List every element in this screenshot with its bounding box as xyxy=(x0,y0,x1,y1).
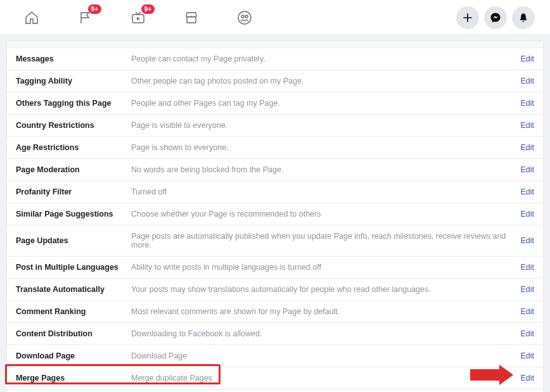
settings-row-desc: No words are being blocked from the Page… xyxy=(131,165,514,174)
settings-row-desc: Merge duplicate Pages xyxy=(131,374,514,383)
edit-link[interactable]: Edit xyxy=(514,121,534,130)
settings-row: MessagesPeople can contact my Page priva… xyxy=(7,48,543,70)
top-nav-right xyxy=(456,6,535,29)
settings-row-label: Country Restrictions xyxy=(16,121,131,130)
settings-row-desc: Page is visible to everyone. xyxy=(131,121,514,130)
settings-row: Merge PagesMerge duplicate PagesEdit xyxy=(7,367,543,389)
edit-link[interactable]: Edit xyxy=(514,236,534,245)
settings-row-desc: Other people can tag photos posted on my… xyxy=(131,77,514,85)
settings-row-desc: People and other Pages can tag my Page. xyxy=(131,99,514,108)
settings-row-desc: Ability to write posts in multiple langu… xyxy=(131,263,514,272)
settings-row-desc: Download Page xyxy=(131,351,514,360)
settings-row-desc: Turned off xyxy=(131,187,514,196)
settings-row-desc: Downloading to Facebook is allowed. xyxy=(131,329,514,338)
messenger-button[interactable] xyxy=(484,6,507,29)
settings-row-label: Age Restrictions xyxy=(16,143,131,152)
settings-row-label: Tagging Ability xyxy=(16,77,131,85)
edit-link[interactable]: Edit xyxy=(514,351,534,360)
settings-row: Content DistributionDownloading to Faceb… xyxy=(7,323,543,345)
settings-row: Age RestrictionsPage is shown to everyon… xyxy=(7,137,543,159)
flag-icon[interactable]: 9+ xyxy=(76,9,94,27)
settings-row-label: Page Moderation xyxy=(16,165,131,174)
watch-icon[interactable]: 9+ xyxy=(129,9,147,27)
edit-link[interactable]: Edit xyxy=(514,210,534,218)
settings-row: Similar Page SuggestionsChoose whether y… xyxy=(7,203,543,225)
page-content: MessagesPeople can contact my Page priva… xyxy=(0,35,550,392)
svg-point-3 xyxy=(245,15,248,18)
settings-row-desc: Choose whether your Page is recommended … xyxy=(131,210,514,218)
svg-point-1 xyxy=(238,11,251,24)
settings-row: Others Tagging this PagePeople and other… xyxy=(7,92,543,115)
settings-row-label: Profanity Filter xyxy=(16,187,131,196)
settings-header-strip xyxy=(7,41,543,48)
settings-row-desc: Page posts are automatically published w… xyxy=(131,232,514,250)
svg-point-2 xyxy=(241,15,244,18)
settings-row: Profanity FilterTurned offEdit xyxy=(7,181,543,203)
watch-badge: 9+ xyxy=(141,4,155,14)
edit-link[interactable]: Edit xyxy=(514,77,534,85)
settings-row-label: Download Page xyxy=(16,351,131,360)
settings-row: Post in Multiple LanguagesAbility to wri… xyxy=(7,256,543,279)
create-button[interactable] xyxy=(456,6,479,29)
edit-link[interactable]: Edit xyxy=(514,307,534,316)
settings-row-desc: Page is shown to everyone. xyxy=(131,143,514,152)
edit-link[interactable]: Edit xyxy=(514,187,534,196)
edit-link[interactable]: Edit xyxy=(514,285,534,294)
edit-link[interactable]: Edit xyxy=(514,143,534,152)
home-icon[interactable] xyxy=(23,9,41,27)
settings-row: Country RestrictionsPage is visible to e… xyxy=(7,115,543,137)
settings-row-label: Similar Page Suggestions xyxy=(16,210,131,218)
settings-row: Download PageDownload PageEdit xyxy=(7,345,543,367)
groups-icon[interactable] xyxy=(236,9,253,27)
settings-row-desc: People can contact my Page privately. xyxy=(131,54,514,63)
top-nav-bar: 9+ 9+ xyxy=(0,0,550,35)
settings-row-label: Translate Automatically xyxy=(16,285,131,294)
edit-link[interactable]: Edit xyxy=(514,99,534,108)
settings-row-label: Comment Ranking xyxy=(16,307,131,316)
flag-badge: 9+ xyxy=(88,4,101,14)
settings-row: Comment RankingMost relevant comments ar… xyxy=(7,301,543,323)
settings-row-label: Content Distribution xyxy=(16,329,131,338)
settings-row-label: Post in Multiple Languages xyxy=(16,263,131,272)
settings-row-desc: Your posts may show translations automat… xyxy=(131,285,514,294)
settings-row: Translate AutomaticallyYour posts may sh… xyxy=(7,279,543,301)
settings-row-label: Merge Pages xyxy=(16,374,131,383)
settings-row-label: Others Tagging this Page xyxy=(16,99,131,108)
marketplace-icon[interactable] xyxy=(182,9,200,27)
settings-row-label: Messages xyxy=(16,54,131,63)
settings-row-label: Page Updates xyxy=(16,236,131,245)
edit-link[interactable]: Edit xyxy=(514,329,534,338)
settings-row: Page UpdatesPage posts are automatically… xyxy=(7,225,543,256)
edit-link[interactable]: Edit xyxy=(514,54,534,63)
edit-link[interactable]: Edit xyxy=(514,374,534,383)
edit-link[interactable]: Edit xyxy=(514,263,534,272)
settings-row-desc: Most relevant comments are shown for my … xyxy=(131,307,514,316)
settings-row: Page ModerationNo words are being blocke… xyxy=(7,159,543,181)
notifications-button[interactable] xyxy=(512,6,535,29)
top-nav-left: 9+ 9+ xyxy=(23,9,253,27)
edit-link[interactable]: Edit xyxy=(514,165,534,174)
settings-panel: MessagesPeople can contact my Page priva… xyxy=(6,41,544,392)
settings-row: Remove PageDelete your PageEdit xyxy=(7,389,543,392)
settings-row: Tagging AbilityOther people can tag phot… xyxy=(7,70,543,92)
